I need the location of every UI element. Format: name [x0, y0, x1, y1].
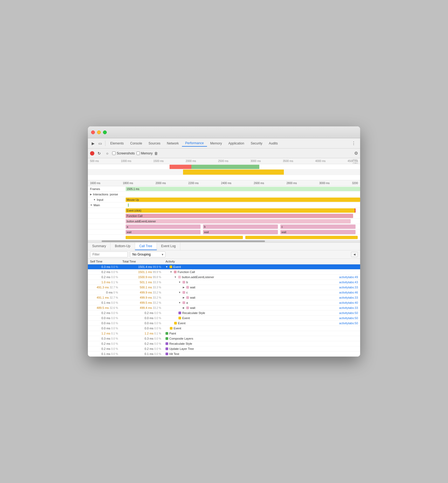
cursor-tool-btn[interactable]: ▶: [90, 140, 96, 147]
cell-total-time: 0.2 ms 0.0 %: [120, 341, 163, 346]
tab-event-log[interactable]: Event Log: [157, 243, 180, 250]
function-call-bar[interactable]: Function Call: [126, 214, 353, 218]
expand-arrow-icon[interactable]: ▼: [178, 281, 181, 284]
tab-console[interactable]: Console: [127, 140, 145, 146]
ruler-label-1000: 1000 ms: [121, 160, 131, 163]
table-row[interactable]: 0.2 ms 0.0 %0.2 ms 0.0 %Update Layer Tre…: [88, 346, 360, 351]
tab-memory[interactable]: Memory: [207, 140, 225, 146]
activity-color-dot: [182, 291, 185, 294]
table-row[interactable]: 1.0 ms 0.1 %501.1 ms 33.3 %▼bactivitytab…: [88, 280, 360, 285]
tab-summary[interactable]: Summary: [88, 243, 111, 250]
trash-btn[interactable]: 🗑: [154, 151, 158, 156]
activity-text: Hit Test: [169, 352, 179, 356]
minimize-button[interactable]: [97, 130, 101, 134]
interactions-arrow[interactable]: ▶: [90, 193, 92, 196]
expand-arrow-icon[interactable]: ▶: [183, 306, 185, 309]
activity-color-dot: [182, 301, 185, 304]
abc-row: a b c: [88, 224, 360, 229]
event-click-bar[interactable]: Event (click): [126, 208, 356, 213]
expand-arrow-icon[interactable]: ▼: [178, 291, 181, 294]
table-row[interactable]: 491.3 ms 32.7 %500.1 ms 33.3 %▶waitactiv…: [88, 285, 360, 290]
collapse-btn[interactable]: ◄: [351, 252, 358, 257]
tab-bottom-up[interactable]: Bottom-Up: [111, 243, 135, 250]
wait3-bar[interactable]: wait: [280, 230, 355, 234]
table-row[interactable]: 0.2 ms 0.0 %1501.1 ms 99.9 %▼Function Ca…: [88, 270, 360, 275]
tab-sources[interactable]: Sources: [145, 140, 164, 146]
btn-ael-bar[interactable]: button.addEventListener: [126, 219, 351, 223]
a-bar[interactable]: a: [126, 225, 201, 229]
table-row[interactable]: 0.2 ms 0.0 %0.2 ms 0.0 %Recalculate Styl…: [88, 310, 360, 316]
table-row[interactable]: 0.2 ms 0.0 %1500.9 ms 99.8 %▼button.addE…: [88, 275, 360, 280]
expand-arrow-icon[interactable]: ▶: [183, 296, 185, 299]
function-call-text: Function Call: [127, 215, 142, 218]
memory-checkbox-label[interactable]: Memory: [136, 151, 153, 155]
device-toolbar-btn[interactable]: ▭: [97, 140, 104, 147]
memory-checkbox[interactable]: [136, 151, 140, 155]
activity-text: Composite Layers: [169, 337, 193, 340]
activity-link[interactable]: activitytabs:43: [339, 281, 358, 284]
table-row[interactable]: 491.1 ms 32.7 %499.9 ms 33.2 %▶waitactiv…: [88, 295, 360, 300]
more-tabs-btn[interactable]: ⋮: [349, 140, 358, 147]
screenshots-checkbox[interactable]: [112, 151, 116, 155]
input-arrow[interactable]: ▼: [93, 198, 96, 201]
activity-link[interactable]: activitytabs:33: [339, 286, 358, 289]
cell-activity: Composite Layers: [163, 336, 360, 341]
table-row[interactable]: 0.0 ms 0.0 %0.0 ms 0.0 %Eventactivitytab…: [88, 316, 360, 321]
top-ruler: 500 ms 1000 ms 1500 ms 2000 ms 2500 ms 3…: [88, 158, 360, 164]
settings-btn[interactable]: ⚙: [354, 151, 358, 156]
tab-application[interactable]: Application: [225, 140, 247, 146]
activity-link[interactable]: activitytabs:50: [339, 316, 358, 320]
table-row[interactable]: 0.0 ms 0.0 %0.0 ms 0.0 %Event: [88, 326, 360, 331]
tab-security[interactable]: Security: [247, 140, 266, 146]
close-button[interactable]: [91, 130, 95, 134]
table-row[interactable]: 0.3 ms 0.0 %0.3 ms 0.0 %Composite Layers: [88, 336, 360, 341]
maximize-button[interactable]: [103, 130, 107, 134]
cell-total-time: 500.1 ms 33.3 %: [120, 285, 163, 290]
scrollbar-thumb[interactable]: [102, 240, 265, 242]
c-bar[interactable]: c: [280, 225, 355, 229]
extra-bars-row: [88, 235, 360, 240]
tab-performance[interactable]: Performance: [182, 140, 207, 147]
interactions-label: ▶ Interactions :ponse: [88, 193, 126, 196]
tab-call-tree[interactable]: Call Tree: [135, 243, 157, 250]
filter-input[interactable]: [90, 251, 128, 257]
activity-link[interactable]: activitytabs:50: [339, 311, 358, 315]
reload-btn[interactable]: ↻: [96, 150, 102, 157]
activity-link[interactable]: activitytabs:49: [339, 275, 358, 279]
abc-track: a b c: [126, 224, 360, 229]
tab-audits[interactable]: Audits: [266, 140, 281, 146]
timeline-scrollbar[interactable]: [88, 240, 360, 242]
activity-color-dot: [178, 276, 181, 278]
table-row[interactable]: 0.0 ms 0.0 %0.0 ms 0.0 %Eventactivitytab…: [88, 321, 360, 326]
grouping-select[interactable]: No Grouping Group by Activity Group by C…: [130, 251, 166, 257]
table-row[interactable]: 0.1 ms 0.0 %0.1 ms 0.0 %Hit Test: [88, 351, 360, 357]
wait2-bar[interactable]: wait: [203, 230, 278, 234]
activity-color-dot: [166, 353, 168, 355]
table-row[interactable]: 0.2 ms 0.0 %0.2 ms 0.0 %Recalculate Styl…: [88, 341, 360, 346]
expand-arrow-icon[interactable]: ▼: [166, 265, 168, 268]
btn-ael-track: button.addEventListener: [126, 219, 360, 224]
wait1-bar[interactable]: wait: [126, 230, 201, 234]
table-row[interactable]: 489.5 ms 32.6 %499.4 ms 33.2 %▶waitactiv…: [88, 305, 360, 310]
activity-link[interactable]: activitytabs:40: [339, 301, 358, 304]
b-bar[interactable]: b: [203, 225, 278, 229]
expand-arrow-icon[interactable]: ▼: [174, 276, 177, 278]
clear-btn[interactable]: ○: [104, 150, 111, 157]
table-row[interactable]: 0 ms 0 %499.9 ms 33.2 %▼cactivitytabs:46: [88, 290, 360, 295]
activity-link[interactable]: activitytabs:46: [339, 291, 358, 294]
record-btn[interactable]: [90, 151, 94, 156]
activity-link[interactable]: activitytabs:50: [339, 322, 358, 325]
expand-arrow-icon[interactable]: ▼: [178, 301, 181, 304]
expand-arrow-icon[interactable]: ▼: [170, 271, 172, 273]
cpu-track: [88, 170, 360, 175]
expand-arrow-icon[interactable]: ▶: [183, 286, 185, 289]
activity-link[interactable]: activitytabs:33: [339, 296, 358, 299]
table-row[interactable]: 0.1 ms 0.0 %499.5 ms 33.2 %▼aactivitytab…: [88, 300, 360, 305]
main-arrow[interactable]: ▼: [90, 204, 92, 206]
activity-link[interactable]: activitytabs:33: [339, 306, 358, 309]
table-row[interactable]: 0.3 ms 0.0 %1501.4 ms 99.9 %▼Event: [88, 264, 360, 270]
screenshots-checkbox-label[interactable]: Screenshots: [112, 151, 135, 155]
tab-network[interactable]: Network: [164, 140, 182, 146]
table-row[interactable]: 1.2 ms 0.1 %1.2 ms 0.1 %Paint: [88, 331, 360, 336]
tab-elements[interactable]: Elements: [107, 140, 127, 146]
